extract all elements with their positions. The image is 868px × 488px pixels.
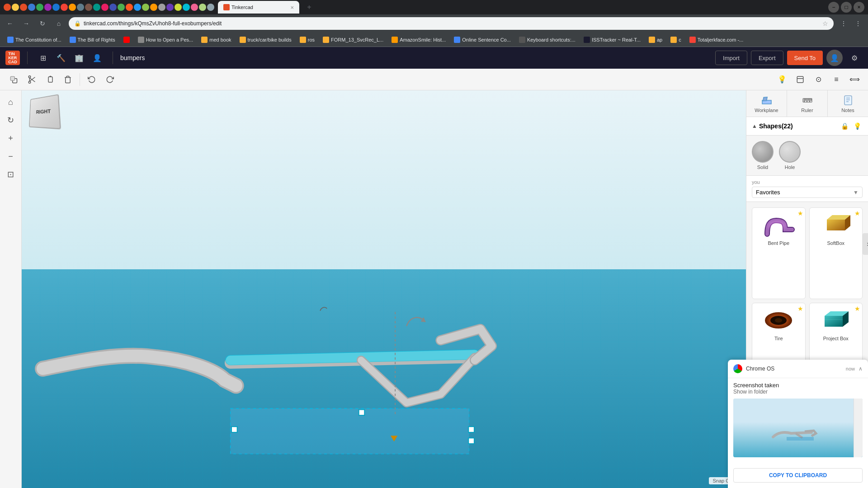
menu-btn[interactable]: ⋮: [852, 17, 864, 30]
notes-btn[interactable]: Notes: [828, 90, 868, 117]
view-cube-face[interactable]: RIGHT: [29, 94, 61, 129]
tire-star-icon[interactable]: ★: [797, 305, 803, 312]
bookmark-ap-label: ap: [657, 37, 662, 42]
bookmark-bill-of-rights[interactable]: The Bill of Rights: [66, 35, 119, 45]
user-avatar[interactable]: 👤: [826, 50, 843, 66]
bookmark-sentence[interactable]: Online Sentence Co...: [450, 35, 514, 45]
forward-btn[interactable]: →: [20, 17, 33, 30]
mirror-btn[interactable]: ⟺: [846, 71, 863, 88]
bookmark-form[interactable]: FORM_13_SvcRec_L...: [319, 35, 387, 45]
bookmark-c-label: c: [679, 37, 681, 42]
bookmark-constitution[interactable]: The Constitution of...: [4, 35, 65, 45]
tab-favicon-21: [166, 4, 174, 11]
project-box-star-icon[interactable]: ★: [854, 305, 860, 312]
url-text: tinkercad.com/things/kQmsZvUhoh8-full-ex…: [84, 20, 820, 27]
bookmark-how-to[interactable]: How to Open a Pes...: [134, 35, 197, 45]
bookmark-keyboard[interactable]: Keyboard shortcuts:...: [515, 35, 579, 45]
grid-btn[interactable]: ⊞: [35, 50, 51, 66]
bulb-shapes-btn[interactable]: 💡: [852, 121, 863, 131]
topbar-separator-2: [113, 52, 113, 64]
tab-close-btn[interactable]: ×: [290, 4, 294, 11]
active-tab[interactable]: Tinkercad ×: [218, 1, 299, 14]
bent-pipe-thumbnail: [760, 211, 797, 239]
cut-btn[interactable]: [24, 71, 40, 88]
new-tab-btn[interactable]: +: [303, 1, 316, 14]
address-bar[interactable]: 🔒 tinkercad.com/things/kQmsZvUhoh8-full-…: [69, 17, 834, 30]
maximize-btn[interactable]: □: [841, 2, 852, 13]
tinkercad-logo: TINKERCAD: [5, 51, 20, 65]
back-btn[interactable]: ←: [4, 17, 16, 30]
bookmark-ap[interactable]: ap: [645, 35, 666, 45]
bookmark-c[interactable]: c: [667, 35, 685, 45]
align-btn[interactable]: ≡: [828, 71, 844, 88]
collapse-shapes-btn[interactable]: ▲: [752, 123, 757, 129]
notif-body: Screenshot taken Show in folder: [728, 378, 868, 465]
copy-btn[interactable]: [5, 71, 22, 88]
notif-time-label: now: [846, 366, 855, 371]
shape-item-bent-pipe[interactable]: ★: [752, 207, 806, 299]
bookmark-star-icon[interactable]: ☆: [822, 20, 828, 27]
canvas-3d[interactable]: RIGHT: [22, 90, 746, 488]
refresh-btn[interactable]: ↻: [36, 17, 49, 30]
category-dropdown[interactable]: Favorites ▼: [752, 187, 863, 198]
title-bar: Tinkercad × + − □ ×: [0, 0, 868, 14]
bookmark-med[interactable]: med book: [198, 35, 235, 45]
bookmark-truck-label: truck/car/bike builds: [248, 37, 292, 42]
screenshot-notification: Chrome OS now ∧ Screenshot taken Show in…: [728, 360, 868, 488]
fit-btn[interactable]: ⊙: [810, 71, 826, 88]
light-btn[interactable]: 💡: [774, 71, 790, 88]
notif-expand-icon[interactable]: ∧: [859, 366, 863, 372]
hole-option[interactable]: Hole: [779, 141, 801, 170]
svg-rect-1: [10, 76, 14, 80]
zoom-out-btn[interactable]: −: [3, 148, 19, 164]
bent-pipe-star-icon[interactable]: ★: [797, 210, 803, 217]
bookmark-iss[interactable]: ISSTracker ~ Real-T...: [580, 35, 644, 45]
left-sidebar: ⌂ ↻ + − ⊡: [0, 90, 22, 488]
home-view-btn[interactable]: ⌂: [3, 94, 19, 110]
undo-btn[interactable]: [84, 71, 100, 88]
category-row: you Favorites ▼: [746, 176, 868, 202]
bookmark-ros[interactable]: ros: [296, 35, 318, 45]
export-btn[interactable]: Export: [751, 51, 783, 65]
bookmark-yt[interactable]: [120, 35, 133, 45]
import-btn[interactable]: Import: [715, 51, 747, 65]
extensions-btn[interactable]: ⋮: [837, 17, 850, 30]
tab-favicon-20: [158, 4, 165, 11]
shape-select-btn[interactable]: [792, 71, 808, 88]
paste-btn[interactable]: [42, 71, 58, 88]
lock-shapes-btn[interactable]: 🔒: [839, 121, 850, 131]
scroll-more-btn[interactable]: ›: [863, 233, 868, 255]
settings-btn[interactable]: ⚙: [846, 50, 863, 66]
notif-preview-svg: [771, 414, 825, 441]
hammer-btn[interactable]: 🔨: [53, 50, 69, 66]
workplane-btn[interactable]: Workplane: [746, 90, 787, 117]
buildings-btn[interactable]: 🏢: [71, 50, 87, 66]
delete-btn[interactable]: [60, 71, 76, 88]
orbit-btn[interactable]: ↻: [3, 112, 19, 128]
copy-to-clipboard-btn[interactable]: COPY TO CLIPBOARD: [733, 468, 863, 483]
softbox-star-icon[interactable]: ★: [854, 210, 860, 217]
person-btn[interactable]: 👤: [89, 50, 105, 66]
minimize-btn[interactable]: −: [828, 2, 839, 13]
svg-point-2: [28, 81, 31, 83]
tab-favicon-11: [85, 4, 92, 11]
tc-logo-icon: TINKERCAD: [5, 51, 20, 65]
ruler-btn[interactable]: Ruler: [787, 90, 828, 117]
shape-item-softbox[interactable]: ★: [809, 207, 863, 299]
tire-name: Tire: [774, 336, 783, 341]
home-btn[interactable]: ⌂: [52, 17, 65, 30]
shapes-header: ▲ Shapes(22) 🔒 💡: [746, 117, 868, 136]
bookmark-total[interactable]: Totaljerkface.com -...: [686, 35, 747, 45]
redo-btn[interactable]: [102, 71, 118, 88]
send-to-btn[interactable]: Send To: [787, 51, 823, 65]
bookmark-ros-icon: [300, 37, 306, 43]
softbox-svg: [818, 211, 854, 239]
bookmark-truck[interactable]: truck/car/bike builds: [236, 35, 295, 45]
solid-option[interactable]: Solid: [752, 141, 774, 170]
view-cube[interactable]: RIGHT: [27, 96, 63, 132]
zoom-in-btn[interactable]: +: [3, 130, 19, 146]
ruler-icon: [801, 94, 814, 107]
bookmark-amazon[interactable]: AmazonSmile: Hist...: [388, 35, 449, 45]
fit-view-btn[interactable]: ⊡: [3, 166, 19, 183]
close-window-btn[interactable]: ×: [854, 2, 864, 13]
